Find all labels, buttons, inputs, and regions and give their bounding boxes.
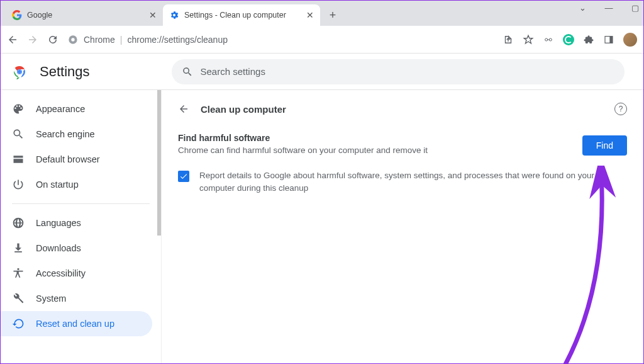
chevron-down-icon[interactable]: ⌄ — [578, 3, 587, 13]
bookmark-icon[interactable] — [523, 34, 534, 45]
sidebar-item-reset-clean-up[interactable]: Reset and clean up — [1, 311, 152, 336]
sidebar-item-default-browser[interactable]: Default browser — [1, 147, 152, 172]
search-icon — [182, 66, 193, 77]
sidebar-item-appearance[interactable]: Appearance — [1, 96, 152, 122]
url-divider: | — [120, 35, 123, 45]
settings-title: Settings — [40, 64, 90, 80]
gear-icon — [169, 10, 179, 20]
google-favicon — [12, 10, 22, 20]
new-tab-button[interactable]: + — [324, 6, 341, 24]
tab-google[interactable]: Google ✕ — [6, 4, 163, 26]
chrome-icon — [67, 34, 79, 45]
browser-icon — [12, 153, 25, 166]
globe-icon — [12, 217, 25, 229]
extensions-puzzle-icon[interactable] — [583, 34, 594, 45]
sidebar-item-downloads[interactable]: Downloads — [1, 236, 152, 261]
grammarly-icon[interactable] — [563, 34, 574, 45]
sidebar-item-label: On startup — [36, 179, 79, 190]
tab-title: Settings - Clean up computer — [184, 11, 286, 20]
window-controls: ⌄ — ▢ — [578, 3, 640, 13]
close-icon[interactable]: ✕ — [149, 10, 157, 20]
minimize-icon[interactable]: — — [604, 3, 613, 13]
svg-point-2 — [545, 38, 548, 41]
sidebar-item-label: System — [36, 293, 66, 304]
section-heading: Find harmful software — [178, 133, 571, 143]
svg-point-3 — [549, 38, 552, 41]
settings-header: Settings Search settings — [1, 54, 643, 90]
forward-button[interactable] — [27, 34, 38, 45]
maximize-icon[interactable]: ▢ — [631, 3, 640, 13]
page-title: Clean up computer — [201, 104, 286, 115]
sidebar-item-system[interactable]: System — [1, 286, 152, 311]
restore-icon — [12, 317, 25, 330]
extension-icon[interactable] — [543, 34, 554, 45]
settings-sidebar: Appearance Search engine Default browser… — [1, 90, 162, 364]
sidebar-item-label: Reset and clean up — [36, 319, 114, 329]
svg-rect-5 — [609, 36, 613, 43]
sidebar-item-languages[interactable]: Languages — [1, 210, 152, 236]
report-checkbox[interactable] — [178, 171, 189, 182]
palette-icon — [12, 103, 25, 115]
share-icon[interactable] — [502, 34, 514, 45]
sidebar-item-label: Languages — [36, 218, 81, 228]
sidebar-item-label: Default browser — [36, 154, 100, 164]
sidebar-item-accessibility[interactable]: Accessibility — [1, 261, 152, 286]
sidebar-divider — [12, 203, 150, 204]
annotation-arrow — [541, 166, 617, 364]
back-button[interactable] — [7, 34, 18, 45]
profile-avatar[interactable] — [623, 33, 637, 47]
power-icon — [12, 178, 25, 191]
side-panel-icon[interactable] — [603, 34, 614, 45]
sidebar-item-on-startup[interactable]: On startup — [1, 172, 152, 197]
close-icon[interactable]: ✕ — [306, 10, 314, 20]
search-placeholder: Search settings — [201, 66, 265, 77]
settings-main: Clean up computer ? Find harmful softwar… — [162, 90, 643, 364]
reload-button[interactable] — [47, 34, 58, 45]
sidebar-item-label: Appearance — [36, 104, 85, 114]
help-icon[interactable]: ? — [614, 103, 627, 115]
tab-title: Google — [27, 11, 52, 20]
url-path: chrome://settings/cleanup — [127, 35, 228, 45]
wrench-icon — [12, 292, 25, 305]
window-titlebar: Google ✕ Settings - Clean up computer ✕ … — [1, 1, 643, 26]
checkbox-label: Report details to Google about harmful s… — [199, 169, 627, 195]
download-icon — [12, 242, 25, 254]
accessibility-icon — [12, 267, 25, 280]
find-button[interactable]: Find — [582, 135, 627, 156]
sidebar-item-search-engine[interactable]: Search engine — [1, 122, 152, 147]
url-display[interactable]: Chrome | chrome://settings/cleanup — [67, 34, 494, 45]
sidebar-item-label: Downloads — [36, 243, 81, 253]
sidebar-item-label: Accessibility — [36, 268, 86, 278]
search-icon — [12, 128, 25, 140]
sidebar-item-label: Search engine — [36, 129, 95, 139]
tab-settings-cleanup[interactable]: Settings - Clean up computer ✕ — [163, 4, 320, 26]
page-back-button[interactable] — [178, 103, 189, 115]
chrome-logo-icon — [12, 64, 27, 79]
address-bar: Chrome | chrome://settings/cleanup — [1, 26, 643, 54]
url-prefix: Chrome — [84, 35, 115, 45]
section-description: Chrome can find harmful software on your… — [178, 145, 571, 155]
svg-point-1 — [71, 38, 74, 41]
svg-point-9 — [18, 70, 21, 74]
search-settings-input[interactable]: Search settings — [172, 59, 625, 84]
